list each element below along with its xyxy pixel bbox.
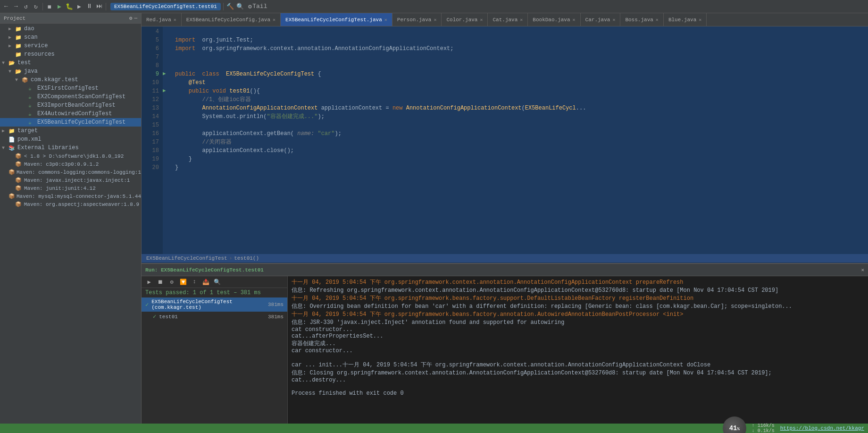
pause-icon[interactable]: ⏸: [85, 2, 93, 11]
run-test-method-item[interactable]: ✓ test01 381ms: [142, 312, 287, 322]
sidebar-action-icon2[interactable]: —: [134, 15, 137, 21]
tab-blue[interactable]: Blue.java ✕: [664, 13, 707, 26]
code-line: System.out.println("容器创建完成...");: [171, 112, 868, 121]
line-num: 14: [142, 112, 163, 121]
tab-close-icon[interactable]: ✕: [480, 17, 483, 23]
line-num: 18: [142, 146, 163, 155]
run-config-icon[interactable]: ▶: [75, 2, 83, 11]
run-icon[interactable]: ▶: [55, 2, 64, 11]
run-console[interactable]: 十一月 04, 2019 5:04:54 下午 org.springframew…: [288, 276, 868, 424]
sidebar-item-label: EX1FirstConfigTest: [37, 85, 99, 92]
sidebar-item-ex1[interactable]: ☕ EX1FirstConfigTest: [0, 84, 141, 93]
sidebar-item-c3p0[interactable]: 📦 Maven: c3p0:c3p0:0.9.1.2: [0, 160, 141, 168]
sidebar-item-label: target: [17, 127, 38, 134]
run-settings-icon[interactable]: ⚙: [167, 277, 176, 287]
debug-icon[interactable]: 🐛: [65, 2, 74, 11]
run-search-icon[interactable]: 🔍: [212, 277, 222, 287]
tab-close-icon[interactable]: ✕: [273, 17, 275, 23]
tab-ex5test[interactable]: EX5BeanLifeCycleConfigTest.java ✕: [281, 13, 392, 26]
sidebar-item-target[interactable]: ▶ 📁 target: [0, 127, 141, 135]
sidebar-item-resources[interactable]: 📁 resources: [0, 50, 141, 59]
sidebar-item-label: java: [24, 68, 38, 75]
tab-close-icon[interactable]: ✕: [656, 17, 659, 23]
tab-close-icon[interactable]: ✕: [520, 17, 523, 23]
sidebar-item-label: EX2ComponentScanConfigTest: [37, 93, 125, 100]
line-numbers: 4 5 6 7 8 9 10 11 12 13 14 15 16 17 18 1…: [142, 26, 163, 254]
sidebar-item-ex2[interactable]: ☕ EX2ComponentScanConfigTest: [0, 93, 141, 101]
sidebar-item-ext-libs[interactable]: ▼ 📚 External Libraries: [0, 144, 141, 152]
run-stop-icon[interactable]: ⏹: [156, 277, 165, 287]
sidebar-actions: ⚙ —: [129, 15, 137, 21]
run-toolbar: ▶ ⏹ ⚙ 🔽 ↕ 📤 🔍: [142, 276, 287, 288]
tab-cat[interactable]: Cat.java ✕: [488, 13, 528, 26]
tab-label: Boss.java: [625, 17, 653, 23]
tab-label: Person.java: [397, 17, 432, 23]
code-editor[interactable]: import org.junit.Test; import org.spring…: [171, 26, 868, 254]
tab-red[interactable]: Red.java ✕: [142, 13, 182, 26]
refresh-icon[interactable]: ↺: [22, 2, 30, 11]
sidebar-item-javax-inject[interactable]: 📦 Maven: javax.inject:javax.inject:1: [0, 176, 141, 184]
sidebar-item-jdk[interactable]: 📦 < 1.8 > D:\software\jdk1.8.0_192: [0, 152, 141, 160]
run-config-label[interactable]: EX5BeanLifeCycleConfigTest.test01: [110, 3, 221, 10]
network-down: ↓ 0.1k/s: [752, 428, 775, 433]
console-line: 信息: Closing org.springframework.context.…: [292, 369, 864, 377]
step-icon[interactable]: ⏭: [95, 2, 103, 11]
tab-ex5config[interactable]: EX5BeanLifeCycleConfig.java ✕: [182, 13, 281, 26]
run-test-class-item[interactable]: ✓ EX5BeanLifeCycleConfigTest (com.kkagr.…: [142, 297, 287, 312]
sidebar-item-commons-logging[interactable]: 📦 Maven: commons-logging:commons-logging…: [0, 168, 141, 176]
sidebar-item-ex5[interactable]: ☕ EX5BeanLifeCycleConfigTest: [0, 118, 141, 127]
console-line: 十一月 04, 2019 5:04:54 下午 org.springframew…: [292, 278, 864, 286]
tab-close-icon[interactable]: ✕: [612, 17, 615, 23]
sidebar-item-junit[interactable]: 📦 Maven: junit:junit:4.12: [0, 184, 141, 192]
sidebar-action-icon1[interactable]: ⚙: [129, 15, 133, 21]
network-circle: 41%: [723, 416, 746, 433]
sidebar-item-label: Maven: c3p0:c3p0:0.9.1.2: [24, 161, 99, 167]
search-icon[interactable]: 🔍: [236, 2, 244, 11]
forward-icon[interactable]: →: [12, 2, 20, 11]
run-sort-icon[interactable]: ↕: [190, 277, 199, 287]
folder-icon: 📁: [8, 128, 16, 134]
sidebar-item-label: EX4AutowiredConfigTest: [37, 110, 112, 117]
tab-close-icon[interactable]: ✕: [434, 17, 436, 23]
sidebar-item-dao[interactable]: ▶ 📁 dao: [0, 25, 141, 33]
sidebar-item-package[interactable]: ▼ 📦 com.kkagr.test: [0, 76, 141, 84]
run-tab-label[interactable]: Run: EX5BeanLifeCycleConfigTest.test01: [145, 267, 264, 273]
sidebar-item-java[interactable]: ▼ 📂 java: [0, 67, 141, 76]
tab-close-icon[interactable]: ✕: [699, 17, 701, 23]
sidebar-item-service[interactable]: ▶ 📁 service: [0, 42, 141, 50]
breadcrumb-part2[interactable]: test01(): [234, 255, 259, 261]
sidebar-item-ex3[interactable]: ☕ EX3ImportBeanConfigTest: [0, 101, 141, 110]
tail-icon[interactable]: Tail: [256, 2, 264, 11]
build-icon[interactable]: 🔨: [226, 2, 234, 11]
sidebar-item-aspectj[interactable]: 📦 Maven: org.aspectj:aspectweaver:1.8.9: [0, 200, 141, 208]
sidebar-item-pom[interactable]: 📄 pom.xml: [0, 135, 141, 144]
sidebar-item-ex4[interactable]: ☕ EX4AutowiredConfigTest: [0, 110, 141, 118]
close-bottom-panel-icon[interactable]: ✕: [861, 267, 864, 273]
arrow-icon: ▼: [8, 69, 15, 74]
code-line: }: [171, 163, 868, 172]
tab-boss[interactable]: Boss.java ✕: [620, 13, 663, 26]
sidebar-item-scan[interactable]: ▶ 📁 scan: [0, 33, 141, 42]
breadcrumb-part1[interactable]: EX5BeanLifeCycleConfigTest: [146, 255, 227, 261]
run-again-icon[interactable]: ▶: [144, 277, 154, 287]
tab-label: Red.java: [146, 17, 171, 23]
tab-color[interactable]: Color.java ✕: [442, 13, 488, 26]
run-filter-icon[interactable]: 🔽: [178, 277, 188, 287]
pass-icon: ✓: [145, 301, 149, 308]
run-export-icon[interactable]: 📤: [201, 277, 210, 287]
tab-close-icon[interactable]: ✕: [174, 17, 176, 23]
tab-close-icon[interactable]: ✕: [573, 17, 576, 23]
tab-close-icon[interactable]: ✕: [384, 17, 387, 23]
csdn-link[interactable]: https://blog.csdn.net/kkagr: [780, 425, 864, 431]
tab-bookdao[interactable]: BookDao.java ✕: [528, 13, 580, 26]
redo-icon[interactable]: ↻: [32, 2, 40, 11]
sidebar-item-test[interactable]: ▼ 📂 test: [0, 59, 141, 67]
back-icon[interactable]: ←: [2, 2, 10, 11]
tab-person[interactable]: Person.java ✕: [392, 13, 442, 26]
lib-icon: 📦: [8, 169, 15, 175]
console-line: 信息: Refreshing org.springframework.conte…: [292, 286, 864, 294]
tab-car[interactable]: Car.java ✕: [581, 13, 621, 26]
pass-icon: ✓: [153, 313, 156, 320]
sidebar-item-mysql[interactable]: 📦 Maven: mysql:mysql-connector-java:5.1.…: [0, 192, 141, 200]
stop-icon[interactable]: ◼: [45, 2, 54, 11]
